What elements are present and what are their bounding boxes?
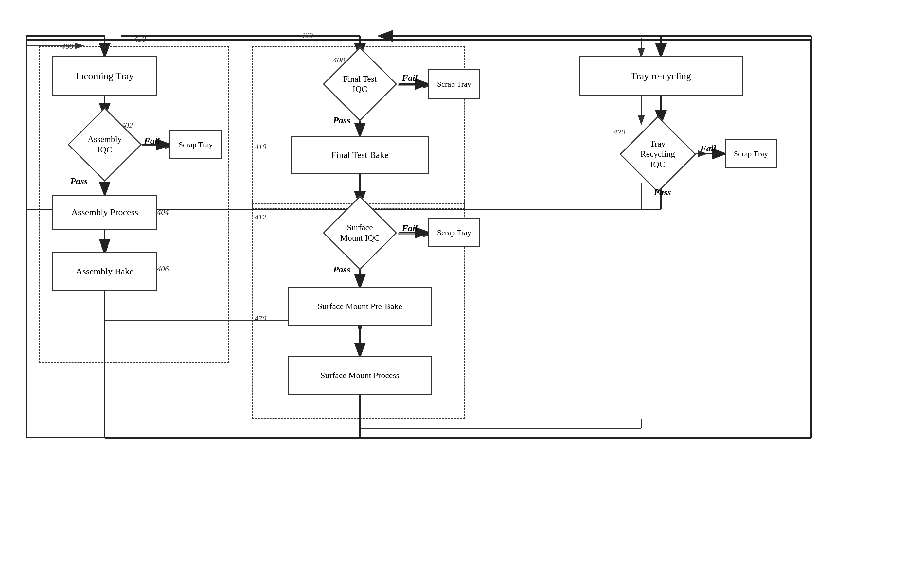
assembly-iqc-diamond: [68, 107, 142, 181]
sm-iqc-pass-label: Pass: [333, 264, 350, 275]
tray-recycling-box: Tray re-cycling: [579, 56, 743, 95]
ref-470: 470: [255, 314, 266, 323]
sm-prebake-label: Surface Mount Pre-Bake: [318, 301, 402, 312]
tray-recycling-iqc-fail-label: Fail: [700, 143, 716, 154]
assembly-process-box: Assembly Process: [52, 195, 157, 230]
final-test-iqc-wrapper: Final Test IQC: [321, 56, 399, 112]
ref-450: 450: [134, 35, 146, 44]
scrap-tray-3-box: Scrap Tray: [428, 218, 481, 247]
diagram: 400 450 460 470 402 404 406 408 410 412 …: [13, 19, 911, 569]
ref-412: 412: [255, 213, 266, 221]
sm-process-box: Surface Mount Process: [288, 356, 432, 395]
scrap-tray-2-box: Scrap Tray: [428, 69, 481, 99]
scrap-tray-4-box: Scrap Tray: [725, 139, 777, 168]
sm-prebake-box: Surface Mount Pre-Bake: [288, 287, 432, 326]
ref-406: 406: [157, 264, 169, 273]
final-test-iqc-pass-label: Pass: [333, 115, 350, 126]
scrap-tray-4-label: Scrap Tray: [734, 150, 768, 158]
tray-recycling-iqc-diamond: [619, 116, 696, 192]
tray-recycling-iqc-wrapper: Tray Recycling IQC: [618, 123, 697, 185]
scrap-tray-2-label: Scrap Tray: [437, 80, 471, 89]
incoming-tray-label: Incoming Tray: [76, 70, 134, 81]
ref-460: 460: [301, 31, 313, 40]
final-test-bake-box: Final Test Bake: [291, 136, 429, 174]
sm-iqc-diamond: [323, 196, 397, 269]
ref-410: 410: [255, 142, 266, 151]
sm-iqc-fail-label: Fail: [402, 223, 418, 234]
assembly-bake-label: Assembly Bake: [76, 266, 134, 277]
sm-iqc-wrapper: Surface Mount IQC: [321, 205, 399, 261]
assembly-bake-box: Assembly Bake: [52, 252, 157, 291]
final-test-iqc-fail-label: Fail: [402, 73, 418, 83]
final-test-iqc-diamond: [323, 47, 397, 121]
tray-recycling-iqc-pass-label: Pass: [654, 187, 671, 198]
scrap-tray-3-label: Scrap Tray: [437, 228, 471, 237]
tray-recycling-label: Tray re-cycling: [631, 70, 691, 81]
scrap-tray-1-label: Scrap Tray: [179, 140, 213, 149]
assembly-iqc-pass-label: Pass: [70, 176, 88, 187]
assembly-iqc-wrapper: Assembly IQC: [67, 116, 142, 173]
incoming-tray-box: Incoming Tray: [52, 56, 157, 95]
scrap-tray-1-box: Scrap Tray: [169, 130, 222, 159]
ref-404: 404: [157, 208, 169, 216]
final-test-bake-label: Final Test Bake: [331, 150, 389, 160]
sm-process-label: Surface Mount Process: [320, 370, 399, 381]
ref-400: 400: [61, 42, 73, 51]
assembly-iqc-fail-label: Fail: [144, 136, 160, 146]
assembly-process-label: Assembly Process: [71, 207, 139, 218]
